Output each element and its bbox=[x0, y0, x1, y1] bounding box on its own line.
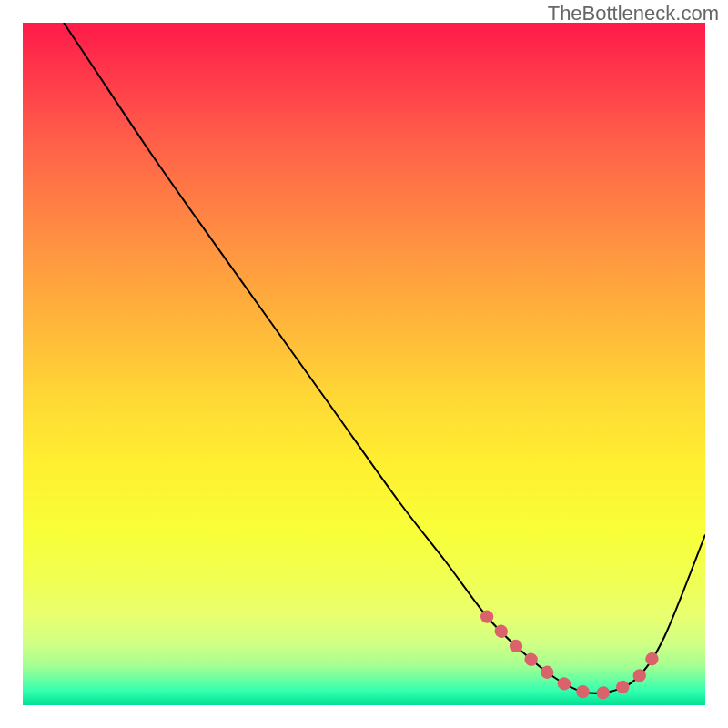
chart-container: TheBottleneck.com bbox=[0, 0, 728, 728]
watermark-text: TheBottleneck.com bbox=[548, 2, 719, 25]
chart-svg bbox=[23, 23, 705, 705]
main-curve bbox=[64, 23, 705, 693]
plot-area bbox=[23, 23, 705, 705]
